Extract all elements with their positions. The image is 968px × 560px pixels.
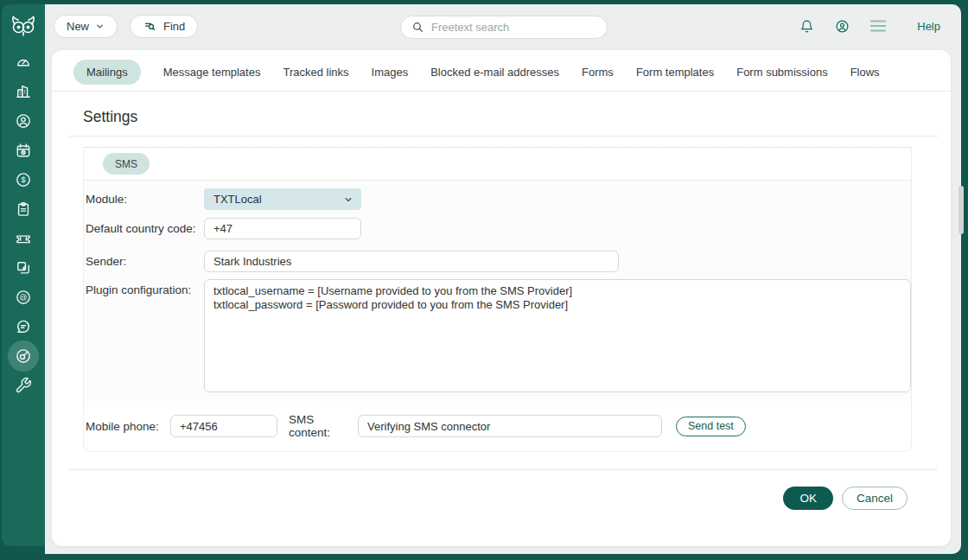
content-card: Mailings Message templates Tracked links… bbox=[52, 50, 951, 546]
chat-bubble-icon[interactable] bbox=[9, 316, 38, 337]
plugin-config-textarea[interactable]: txtlocal_username = [Username provided t… bbox=[204, 279, 911, 392]
marketing-target-icon[interactable] bbox=[8, 340, 39, 372]
test-sms-row: Mobile phone: SMS content: Send test bbox=[84, 401, 911, 451]
menu-hamburger-icon[interactable] bbox=[870, 20, 886, 32]
find-button[interactable]: Find bbox=[130, 15, 198, 38]
documents-copy-icon[interactable] bbox=[9, 258, 38, 278]
divider bbox=[69, 469, 938, 470]
new-button-label: New bbox=[67, 20, 89, 33]
module-label: Module: bbox=[86, 193, 204, 206]
module-select-value: TXTLocal bbox=[213, 193, 262, 206]
country-code-input[interactable] bbox=[204, 218, 361, 239]
mobile-phone-input[interactable] bbox=[170, 415, 277, 437]
billing-dollar-icon[interactable]: $ bbox=[9, 169, 38, 190]
user-account-icon[interactable] bbox=[835, 19, 850, 34]
notifications-bell-icon[interactable] bbox=[799, 19, 814, 34]
divider bbox=[69, 136, 938, 137]
company-building-icon[interactable] bbox=[9, 81, 38, 102]
tab-tracked-links[interactable]: Tracked links bbox=[283, 66, 348, 79]
admin-wrench-icon[interactable] bbox=[9, 375, 38, 396]
contacts-person-icon[interactable] bbox=[9, 111, 38, 131]
plugin-config-row: Plugin configuration: txtlocal_username … bbox=[84, 279, 911, 392]
svg-text:@: @ bbox=[20, 293, 28, 302]
tab-blocked-email-addresses[interactable]: Blocked e-mail addresses bbox=[430, 66, 559, 79]
sms-content-input[interactable] bbox=[358, 415, 662, 437]
sidebar-nav: $ @ bbox=[8, 49, 39, 396]
ticket-icon[interactable] bbox=[9, 228, 38, 249]
email-at-icon[interactable]: @ bbox=[9, 287, 38, 308]
page-title: Settings bbox=[83, 108, 137, 126]
search-input[interactable] bbox=[431, 21, 596, 34]
topbar-right: Help bbox=[799, 4, 940, 48]
tab-bar: Mailings Message templates Tracked links… bbox=[52, 50, 951, 92]
sidebar: $ @ bbox=[2, 4, 45, 546]
calendar-icon[interactable] bbox=[9, 140, 38, 161]
find-filter-search-icon bbox=[143, 19, 157, 34]
panel-body: Module: TXTLocal Default country code: S… bbox=[84, 181, 911, 401]
panel-tab-bar: SMS bbox=[84, 148, 911, 181]
ok-button[interactable]: OK bbox=[783, 487, 833, 510]
form-actions: OK Cancel bbox=[783, 487, 908, 510]
module-select[interactable]: TXTLocal bbox=[204, 188, 361, 210]
send-test-button[interactable]: Send test bbox=[676, 417, 746, 436]
sender-input[interactable] bbox=[204, 251, 619, 272]
logo-owl-icon[interactable] bbox=[2, 4, 45, 49]
topbar: New Find bbox=[45, 4, 961, 48]
tab-sms[interactable]: SMS bbox=[103, 153, 150, 175]
tab-images[interactable]: Images bbox=[372, 66, 409, 79]
tab-flows[interactable]: Flows bbox=[850, 66, 880, 79]
tab-message-templates[interactable]: Message templates bbox=[163, 66, 261, 79]
scrollbar-thumb[interactable] bbox=[958, 186, 964, 234]
main-surface: New Find bbox=[45, 4, 961, 554]
mobile-phone-label: Mobile phone: bbox=[86, 420, 170, 433]
tab-form-templates[interactable]: Form templates bbox=[636, 66, 714, 79]
sender-label: Sender: bbox=[86, 255, 204, 268]
tab-mailings[interactable]: Mailings bbox=[73, 60, 141, 85]
new-button[interactable]: New bbox=[54, 15, 118, 38]
plugin-config-label: Plugin configuration: bbox=[86, 279, 204, 296]
country-code-row: Default country code: bbox=[84, 218, 911, 239]
search-icon bbox=[411, 21, 424, 34]
sender-row: Sender: bbox=[84, 251, 911, 272]
tab-form-submissions[interactable]: Form submissions bbox=[736, 66, 827, 79]
tab-forms[interactable]: Forms bbox=[582, 66, 614, 79]
country-code-label: Default country code: bbox=[86, 222, 204, 235]
chevron-down-icon bbox=[95, 22, 105, 31]
find-button-label: Find bbox=[163, 20, 185, 33]
svg-text:$: $ bbox=[21, 175, 25, 184]
help-link[interactable]: Help bbox=[917, 20, 940, 33]
sms-content-label: SMS content: bbox=[289, 413, 358, 439]
chevron-down-icon bbox=[343, 194, 353, 205]
module-row: Module: TXTLocal bbox=[84, 188, 911, 210]
sms-settings-panel: SMS Module: TXTLocal Default country cod… bbox=[83, 147, 912, 452]
tasks-clipboard-icon[interactable] bbox=[9, 199, 38, 220]
dashboard-gauge-icon[interactable] bbox=[9, 52, 38, 73]
cancel-button[interactable]: Cancel bbox=[842, 487, 908, 510]
search-box bbox=[400, 16, 608, 39]
